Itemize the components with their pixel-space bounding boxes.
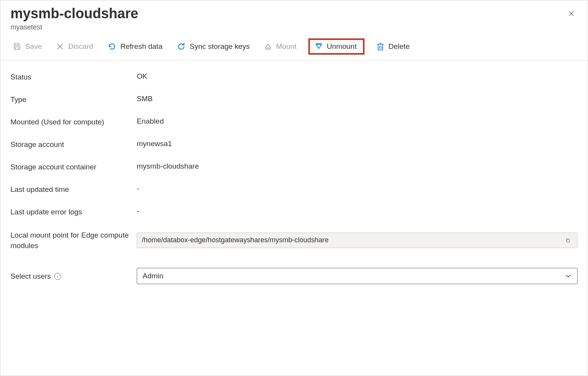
sync-icon <box>177 42 186 51</box>
refresh-icon <box>107 42 117 51</box>
discard-button: Discard <box>53 41 95 52</box>
header: mysmb-cloudshare myasetest <box>0 0 588 34</box>
close-icon <box>568 9 574 18</box>
row-error-logs: Last update error logs - <box>10 207 578 216</box>
row-mounted: Mounted (Used for compute) Enabled <box>10 117 578 126</box>
chevron-down-icon <box>565 273 572 279</box>
select-users-dropdown[interactable]: Admin <box>137 268 578 284</box>
toolbar: Save Discard Refresh data Sync storage k… <box>0 34 588 60</box>
delete-button[interactable]: Delete <box>374 40 412 53</box>
unmount-button[interactable]: Unmount <box>312 41 359 52</box>
svg-rect-3 <box>15 47 19 49</box>
row-select-users: Select users i Admin <box>10 268 578 284</box>
error-logs-label: Last update error logs <box>10 207 137 216</box>
last-updated-value: - <box>137 185 578 193</box>
svg-marker-6 <box>265 44 271 48</box>
sync-label: Sync storage keys <box>190 42 250 51</box>
mount-point-value: /home/databox-edge/hostgatewayshares/mys… <box>142 236 563 244</box>
refresh-label: Refresh data <box>120 42 163 51</box>
error-logs-value: - <box>137 207 578 216</box>
mount-point-field: /home/databox-edge/hostgatewayshares/mys… <box>137 233 578 248</box>
mounted-value: Enabled <box>137 117 578 126</box>
content: Status OK Type SMB Mounted (Used for com… <box>0 60 588 305</box>
discard-icon <box>56 42 64 51</box>
unmount-highlight: Unmount <box>308 38 364 55</box>
row-type: Type SMB <box>10 95 578 104</box>
mount-button: Mount <box>261 41 299 52</box>
storage-account-label: Storage account <box>10 140 137 149</box>
svg-rect-15 <box>567 239 570 242</box>
page-subtitle: myasetest <box>10 23 578 31</box>
svg-rect-10 <box>378 44 383 50</box>
copy-mount-point-button[interactable] <box>563 236 573 245</box>
type-label: Type <box>10 95 137 104</box>
row-mount-point: Local mount point for Edge compute modul… <box>10 229 578 251</box>
page-title: mysmb-cloudshare <box>10 5 578 22</box>
container-label: Storage account container <box>10 162 137 171</box>
last-updated-label: Last updated time <box>10 185 137 194</box>
unmount-icon <box>315 42 323 51</box>
mounted-label: Mounted (Used for compute) <box>10 117 137 126</box>
save-label: Save <box>25 42 42 51</box>
select-users-label: Select users i <box>10 271 137 281</box>
mount-point-label: Local mount point for Edge compute modul… <box>10 229 137 251</box>
close-button[interactable] <box>566 8 577 19</box>
copy-icon <box>566 237 570 244</box>
select-users-value: Admin <box>143 272 163 280</box>
sync-keys-button[interactable]: Sync storage keys <box>174 40 252 53</box>
row-last-updated: Last updated time - <box>10 185 578 194</box>
save-icon <box>13 42 21 51</box>
svg-rect-2 <box>15 44 18 46</box>
status-value: OK <box>137 72 578 81</box>
unmount-label: Unmount <box>327 42 357 51</box>
svg-marker-8 <box>316 45 322 48</box>
discard-label: Discard <box>68 42 93 51</box>
type-value: SMB <box>137 95 578 103</box>
row-status: Status OK <box>10 72 578 81</box>
save-button: Save <box>10 41 44 52</box>
storage-account-value: mynewsa1 <box>137 140 578 148</box>
refresh-data-button[interactable]: Refresh data <box>105 40 165 53</box>
container-value: mysmb-cloudshare <box>137 162 578 171</box>
row-storage-account: Storage account mynewsa1 <box>10 140 578 149</box>
delete-icon <box>376 42 385 51</box>
status-label: Status <box>10 72 137 81</box>
mount-label: Mount <box>276 42 297 51</box>
mount-icon <box>264 42 272 51</box>
delete-label: Delete <box>389 42 410 51</box>
row-container: Storage account container mysmb-cloudsha… <box>10 162 578 171</box>
share-detail-panel: mysmb-cloudshare myasetest Save Discard … <box>0 0 588 376</box>
select-users-label-text: Select users <box>10 272 51 281</box>
info-icon[interactable]: i <box>54 273 61 280</box>
